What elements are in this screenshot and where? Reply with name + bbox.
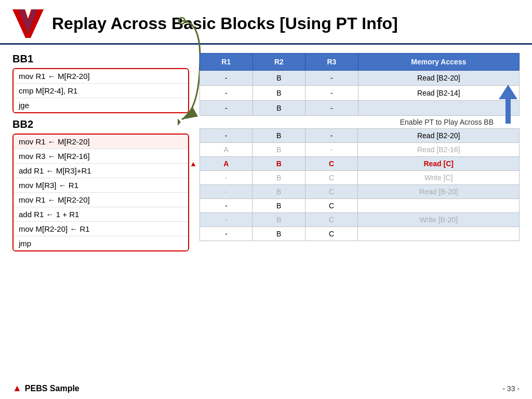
cell: -	[200, 71, 253, 86]
cell: ▲ A	[200, 157, 252, 171]
bb2-row-2: mov R3 ← M[R2-16]	[14, 149, 188, 164]
cell: -	[200, 101, 253, 116]
bb2-row-6: add R1 ← 1 + R1	[14, 207, 188, 222]
cell: C	[305, 171, 357, 185]
bottom-row-4: - B C Write [C]	[200, 171, 520, 185]
bb2-row-7: mov M[R2-20] ← R1	[14, 222, 188, 236]
cell: Read [B2-20]	[358, 129, 520, 143]
cell	[358, 227, 520, 241]
bottom-row-8: - B C	[200, 227, 520, 241]
bb2-row-8: jmp	[14, 236, 188, 250]
cell: B	[252, 143, 305, 157]
bottom-table: - B - Read [B2-20] A B - Read [B2-16] ▲ …	[200, 128, 520, 241]
bottom-row-5: - B C Read [B-20]	[200, 185, 520, 199]
cell: Write [B-20]	[358, 213, 520, 227]
top-table-row-1: - B - Read [B2-20]	[200, 71, 520, 86]
cell: Read [B2-20]	[358, 71, 519, 86]
cell: B	[252, 213, 305, 227]
cell: C	[305, 213, 357, 227]
cell: -	[305, 71, 358, 86]
cell: B	[252, 86, 305, 101]
bb1-row-3: jge	[14, 98, 188, 112]
cell: -	[200, 171, 252, 185]
bottom-row-6: - B C	[200, 199, 520, 213]
cell: Write [C]	[358, 171, 520, 185]
cell: -	[200, 129, 252, 143]
cell: B	[252, 71, 305, 86]
page-number: - 33 -	[502, 384, 520, 393]
main-content: BB1 mov R1 ← M[R2-20] cmp M[R2-4], R1 jg…	[0, 45, 532, 251]
cell: -	[200, 199, 252, 213]
bb1-row-1: mov R1 ← M[R2-20]	[14, 69, 188, 84]
cell: B	[252, 199, 305, 213]
cell: B	[252, 227, 305, 241]
cell: B	[252, 129, 305, 143]
cell: -	[200, 213, 252, 227]
cell: B	[252, 171, 305, 185]
cell: Read [B2-16]	[358, 143, 520, 157]
bb2-row-4: mov M[R3] ← R1	[14, 178, 188, 193]
cell: -	[200, 185, 252, 199]
cell	[358, 101, 519, 116]
pebs-triangle-icon: ▲	[12, 383, 22, 394]
svg-marker-7	[499, 85, 517, 99]
cell: Read [B-20]	[358, 185, 520, 199]
col-header-r3: R3	[305, 54, 358, 71]
col-header-r2: R2	[252, 54, 305, 71]
enable-pt-text: Enable PT to Play Across BB	[400, 118, 494, 126]
col-header-r1: R1	[200, 54, 253, 71]
cell: Read [B2-14]	[358, 86, 519, 101]
cell: B	[252, 101, 305, 116]
cell: A	[200, 143, 252, 157]
left-panel: BB1 mov R1 ← M[R2-20] cmp M[R2-4], R1 jg…	[12, 53, 189, 251]
cell: C	[305, 199, 357, 213]
cell: -	[305, 143, 357, 157]
bb1-row-2: cmp M[R2-4], R1	[14, 84, 188, 98]
cell: C	[305, 227, 357, 241]
bottom-row-1: - B - Read [B2-20]	[200, 129, 520, 143]
bb2-row-5: mov R1 ← M[R2-20]	[14, 193, 188, 207]
bb1-label: BB1	[12, 53, 189, 65]
bottom-row-3: ▲ A B C Read [C]	[200, 157, 520, 171]
top-table-row-3: - B -	[200, 101, 520, 116]
svg-rect-6	[506, 95, 511, 124]
cell: -	[200, 227, 252, 241]
pebs-triangle-marker: ▲	[190, 159, 197, 168]
top-table-row-2: - B - Read [B2-14]	[200, 86, 520, 101]
cell: B	[252, 185, 305, 199]
bottom-row-2: A B - Read [B2-16]	[200, 143, 520, 157]
cell: -	[305, 101, 358, 116]
pebs-label: PEBS Sample	[25, 384, 79, 393]
cell: -	[305, 86, 358, 101]
cell: Read [C]	[358, 157, 520, 171]
bb2-box: mov R1 ← M[R2-20] mov R3 ← M[R2-16] add …	[12, 134, 189, 251]
header: Replay Across Basic Blocks [Using PT Inf…	[0, 0, 532, 45]
cell	[358, 199, 520, 213]
cell: C	[305, 157, 357, 171]
cell: -	[200, 86, 253, 101]
bb2-row-3: add R1 ← M[R3]+R1	[14, 164, 188, 178]
cell: -	[305, 129, 357, 143]
blue-up-arrow	[499, 85, 517, 126]
bb2-label: BB2	[12, 118, 189, 130]
bb2-row-1: mov R1 ← M[R2-20]	[14, 135, 188, 149]
cell: B	[252, 157, 305, 171]
vt-logo	[12, 9, 44, 38]
page-title: Replay Across Basic Blocks [Using PT Inf…	[52, 14, 398, 33]
bb1-box: mov R1 ← M[R2-20] cmp M[R2-4], R1 jge	[12, 68, 189, 113]
top-table: R1 R2 R3 Memory Access - B - Read [B2-20…	[200, 53, 520, 116]
pebs-sample: ▲ PEBS Sample	[12, 383, 79, 394]
bottom-row-7: - B C Write [B-20]	[200, 213, 520, 227]
right-panel: R1 R2 R3 Memory Access - B - Read [B2-20…	[200, 53, 520, 251]
footer: ▲ PEBS Sample - 33 -	[0, 383, 532, 394]
col-header-memory: Memory Access	[358, 54, 519, 71]
cell: C	[305, 185, 357, 199]
